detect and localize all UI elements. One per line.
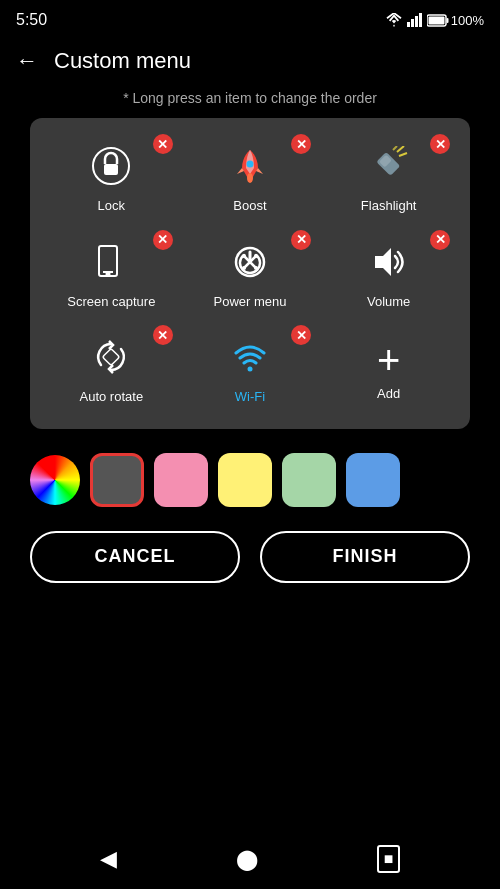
action-buttons: CANCEL FINISH	[0, 523, 500, 591]
autorotate-label: Auto rotate	[80, 389, 144, 405]
powermenu-icon	[230, 242, 270, 288]
battery-icon: 100%	[427, 13, 484, 28]
svg-rect-8	[104, 164, 118, 175]
svg-point-18	[107, 272, 110, 275]
grid-item-boost[interactable]: ✕ Boost	[185, 134, 316, 222]
volume-icon	[369, 242, 409, 288]
battery-percent: 100%	[451, 13, 484, 28]
custom-menu-grid: ✕ Lock ✕ Boost ✕	[30, 118, 470, 429]
flashlight-icon	[369, 146, 409, 192]
color-palette	[0, 429, 500, 523]
color-swatch-mint[interactable]	[282, 453, 336, 507]
svg-rect-6	[428, 16, 444, 24]
status-icons: 100%	[385, 13, 484, 28]
remove-wifi-badge[interactable]: ✕	[291, 325, 311, 345]
nav-back-icon[interactable]: ◀	[100, 846, 117, 872]
battery-svg	[427, 14, 449, 27]
signal-icon	[407, 13, 423, 27]
hint-text: * Long press an item to change the order	[0, 86, 500, 118]
grid-item-powermenu[interactable]: ✕ Power menu	[185, 230, 316, 318]
remove-boost-badge[interactable]: ✕	[291, 134, 311, 154]
back-button[interactable]: ←	[16, 48, 38, 74]
grid-item-flashlight[interactable]: ✕ Flashlight	[323, 134, 454, 222]
nav-bar: ◀ ⬤ ■	[0, 829, 500, 889]
color-swatch-yellow[interactable]	[218, 453, 272, 507]
svg-rect-5	[446, 18, 448, 23]
remove-powermenu-badge[interactable]: ✕	[291, 230, 311, 250]
svg-point-9	[246, 161, 253, 168]
svg-line-14	[399, 153, 407, 156]
nav-recents-icon[interactable]: ■	[377, 845, 401, 873]
color-swatch-dark-gray[interactable]	[90, 453, 144, 507]
wifi-label: Wi-Fi	[235, 389, 265, 405]
remove-flashlight-badge[interactable]: ✕	[430, 134, 450, 154]
remove-screencapture-badge[interactable]: ✕	[153, 230, 173, 250]
wifi-status-icon	[385, 13, 403, 27]
grid-item-autorotate[interactable]: ✕ Auto rotate	[46, 325, 177, 413]
grid-item-add[interactable]: + Add	[323, 325, 454, 413]
grid-item-screencapture[interactable]: ✕ Screen capture	[46, 230, 177, 318]
grid-item-lock[interactable]: ✕ Lock	[46, 134, 177, 222]
volume-label: Volume	[367, 294, 410, 310]
wifi-icon	[230, 337, 270, 383]
remove-lock-badge[interactable]: ✕	[153, 134, 173, 154]
grid-item-volume[interactable]: ✕ Volume	[323, 230, 454, 318]
lock-icon	[91, 146, 131, 192]
boost-icon	[230, 146, 270, 192]
boost-label: Boost	[233, 198, 266, 214]
autorotate-icon	[91, 337, 131, 383]
svg-rect-2	[415, 16, 418, 27]
grid-item-wifi[interactable]: ✕ Wi-Fi	[185, 325, 316, 413]
add-icon: +	[377, 340, 400, 380]
svg-line-13	[397, 146, 404, 152]
add-label: Add	[377, 386, 400, 402]
svg-rect-1	[411, 19, 414, 27]
status-time: 5:50	[16, 11, 47, 29]
remove-volume-badge[interactable]: ✕	[430, 230, 450, 250]
screencapture-icon	[91, 242, 131, 288]
svg-rect-25	[103, 349, 120, 366]
svg-point-26	[247, 367, 252, 372]
header: ← Custom menu	[0, 36, 500, 86]
flashlight-label: Flashlight	[361, 198, 417, 214]
status-bar: 5:50 100%	[0, 0, 500, 36]
color-swatch-blue[interactable]	[346, 453, 400, 507]
color-wheel[interactable]	[30, 455, 80, 505]
page-title: Custom menu	[54, 48, 191, 74]
svg-point-10	[247, 173, 253, 183]
svg-line-15	[393, 146, 397, 150]
svg-rect-11	[376, 152, 400, 176]
color-swatch-pink[interactable]	[154, 453, 208, 507]
finish-button[interactable]: FINISH	[260, 531, 470, 583]
screencapture-label: Screen capture	[67, 294, 155, 310]
cancel-button[interactable]: CANCEL	[30, 531, 240, 583]
svg-rect-3	[419, 13, 422, 27]
svg-rect-0	[407, 22, 410, 27]
svg-marker-24	[375, 248, 391, 276]
lock-label: Lock	[98, 198, 125, 214]
nav-home-icon[interactable]: ⬤	[236, 847, 258, 871]
remove-autorotate-badge[interactable]: ✕	[153, 325, 173, 345]
powermenu-label: Power menu	[214, 294, 287, 310]
